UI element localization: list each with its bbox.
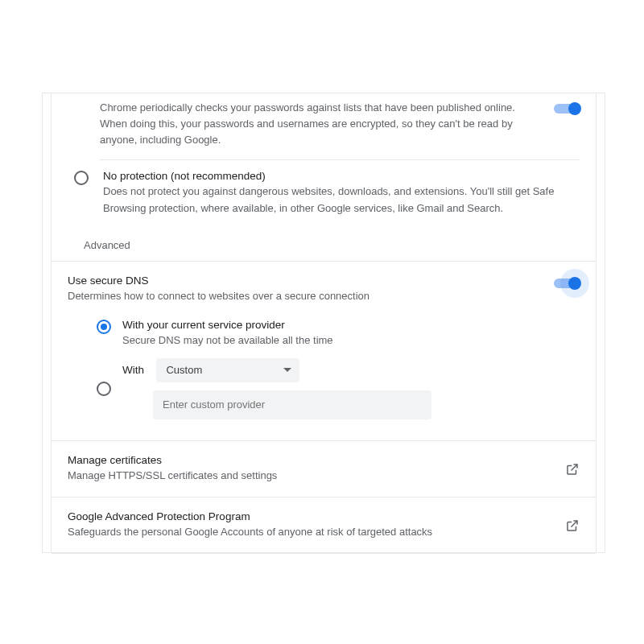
password-check-row: Chrome periodically checks your password… [52, 93, 596, 159]
radio-icon [97, 320, 111, 334]
advanced-protection-description: Safeguards the personal Google Accounts … [68, 524, 565, 540]
dns-custom-provider-input[interactable] [153, 390, 431, 419]
password-check-toggle[interactable] [554, 103, 580, 114]
dns-current-provider-option[interactable]: With your current service provider Secur… [97, 319, 580, 349]
secure-dns-options: With your current service provider Secur… [52, 308, 596, 440]
divider [52, 553, 596, 554]
open-in-new-icon [565, 462, 580, 477]
dns-provider-select-value: Custom [166, 364, 202, 376]
dns-provider-select[interactable]: Custom [156, 358, 299, 382]
manage-certificates-row[interactable]: Manage certificates Manage HTTPS/SSL cer… [52, 441, 596, 497]
radio-icon [97, 382, 111, 396]
dns-current-sub: Secure DNS may not be available all the … [122, 332, 580, 349]
open-in-new-icon [565, 518, 580, 533]
settings-frame: Chrome periodically checks your password… [42, 93, 605, 553]
no-protection-title: No protection (not recommended) [103, 170, 580, 182]
advanced-heading: Advanced [52, 226, 596, 261]
certificates-title: Manage certificates [68, 454, 565, 466]
password-check-description: Chrome periodically checks your password… [100, 100, 554, 148]
no-protection-description: Does not protect you against dangerous w… [103, 184, 580, 216]
advanced-protection-row[interactable]: Google Advanced Protection Program Safeg… [52, 497, 596, 553]
radio-icon [74, 171, 89, 185]
chevron-down-icon [283, 368, 291, 372]
secure-dns-title: Use secure DNS [68, 275, 554, 287]
dns-custom-label: With [122, 364, 153, 376]
secure-dns-description: Determines how to connect to websites ov… [68, 288, 554, 304]
dns-current-label: With your current service provider [122, 319, 580, 331]
secure-dns-toggle[interactable] [554, 278, 580, 289]
no-protection-option[interactable]: No protection (not recommended) Does not… [52, 160, 596, 225]
secure-dns-row: Use secure DNS Determines how to connect… [52, 262, 596, 308]
dns-custom-option[interactable]: With Custom [97, 358, 580, 419]
certificates-description: Manage HTTPS/SSL certificates and settin… [68, 468, 565, 484]
settings-panel: Chrome periodically checks your password… [51, 93, 597, 552]
advanced-protection-title: Google Advanced Protection Program [68, 510, 565, 522]
